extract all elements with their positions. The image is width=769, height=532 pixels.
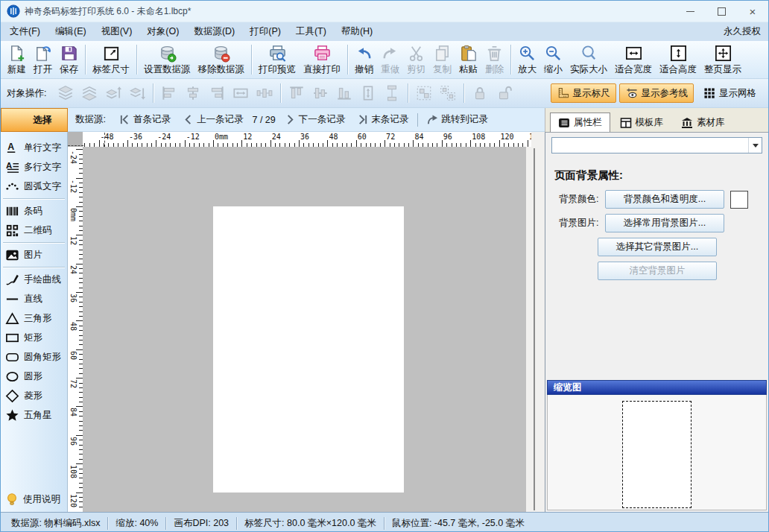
dropdown-arrow-zone[interactable] xyxy=(748,138,762,153)
close-button[interactable]: × xyxy=(737,1,768,22)
select-tool-button[interactable]: 选择 xyxy=(1,108,68,132)
scrollbar-thumb[interactable] xyxy=(534,148,535,510)
tool-rect[interactable]: 矩形 xyxy=(1,328,67,347)
nav-last-record[interactable]: 末条记录 xyxy=(351,113,414,126)
design-canvas[interactable] xyxy=(83,147,526,512)
open-doc-button[interactable]: 打开 xyxy=(30,42,56,77)
ruler-label: 12 xyxy=(243,133,252,141)
tool-rounded-rect-label: 圆角矩形 xyxy=(24,351,61,364)
align-bottom-icon xyxy=(332,83,356,104)
ruler-label: -12 xyxy=(69,180,77,193)
ruler-label: 24 xyxy=(272,133,281,141)
help-button[interactable]: 使用说明 xyxy=(5,493,60,506)
menu-object[interactable]: 对象(O) xyxy=(139,23,186,40)
barcode-icon xyxy=(5,204,19,218)
ruler-label: 72 xyxy=(69,379,77,388)
tool-arc-text[interactable]: 圆弧文字 xyxy=(1,177,67,196)
show-grid-icon xyxy=(703,86,716,100)
vertical-scrollbar[interactable] xyxy=(526,147,545,512)
tool-image[interactable]: 图片 xyxy=(1,245,67,265)
menu-help[interactable]: 帮助(H) xyxy=(334,23,380,40)
tool-line[interactable]: 直线 xyxy=(1,289,67,308)
svg-text:A: A xyxy=(6,161,12,170)
nav-first-record[interactable]: 首条记录 xyxy=(113,113,177,126)
tool-line-label: 直线 xyxy=(24,293,42,305)
new-doc-button[interactable]: 新建 xyxy=(4,42,30,77)
tool-star[interactable]: 五角星 xyxy=(1,405,67,425)
zoom-out-button[interactable]: 缩小 xyxy=(540,42,566,77)
close-icon: × xyxy=(750,6,756,17)
multi-line-text-icon: A xyxy=(5,160,19,174)
set-datasource-button[interactable]: 设置数据源 xyxy=(140,42,194,77)
ruler-label: -36 xyxy=(129,133,142,141)
tool-curve[interactable]: 手绘曲线 xyxy=(1,270,67,289)
ruler-label: -24 xyxy=(69,151,77,164)
direct-print-button[interactable]: 直接打印 xyxy=(300,42,344,77)
tool-triangle[interactable]: 三角形 xyxy=(1,308,67,328)
cut-label: 剪切 xyxy=(407,63,425,76)
toggle-show-guides-label: 显示参考线 xyxy=(642,87,689,100)
save-button[interactable]: 保存 xyxy=(56,42,82,77)
print-preview-button[interactable]: 打印预览 xyxy=(255,42,300,77)
menu-view[interactable]: 视图(V) xyxy=(94,23,140,40)
tab-templates[interactable]: 模板库 xyxy=(612,113,672,132)
thumbnail-area xyxy=(547,395,767,510)
fit-width-button[interactable]: 适合宽度 xyxy=(611,42,656,77)
remove-datasource-button[interactable]: 移除数据源 xyxy=(194,42,249,77)
bg-color-swatch[interactable] xyxy=(730,191,748,209)
delete-label: 删除 xyxy=(485,63,504,76)
minimize-button[interactable] xyxy=(674,1,706,22)
nav-goto-record[interactable]: 跳转到记录 xyxy=(421,113,494,126)
menu-tools[interactable]: 工具(T) xyxy=(288,23,334,40)
bg-image-row-2: 选择其它背景图片... xyxy=(598,238,761,256)
fit-height-button[interactable]: 适合高度 xyxy=(656,42,700,77)
nav-prev-record[interactable]: 上一条记录 xyxy=(177,113,250,126)
bg-color-button[interactable]: 背景颜色和透明度... xyxy=(605,190,724,209)
bg-image-row: 背景图片: 选择常用背景图片... xyxy=(553,214,761,232)
align-middle-icon xyxy=(308,83,332,104)
ruler-label: 120 xyxy=(69,494,77,507)
label-page[interactable] xyxy=(213,206,404,493)
tool-circle[interactable]: 圆形 xyxy=(1,367,67,386)
nav-next-record[interactable]: 下一条记录 xyxy=(279,113,352,126)
choose-common-bg-button[interactable]: 选择常用背景图片... xyxy=(605,214,724,232)
tool-sidebar: A单行文字A多行文字圆弧文字条码二维码图片手绘曲线直线三角形矩形圆角矩形圆形菱形… xyxy=(1,132,68,512)
prev-record-icon xyxy=(183,114,194,125)
tab-materials[interactable]: 素材库 xyxy=(673,113,733,132)
choose-other-bg-button[interactable]: 选择其它背景图片... xyxy=(598,238,717,256)
toggle-show-guides[interactable]: 显示参考线 xyxy=(619,83,694,103)
tool-single-line-text[interactable]: A单行文字 xyxy=(1,138,67,157)
ruler-tick xyxy=(76,264,83,265)
zoom-out-label: 缩小 xyxy=(544,63,563,76)
main-toolbar: 新建打开保存标签尺寸设置数据源移除数据源打印预览直接打印撤销重做剪切复制粘贴删除… xyxy=(1,41,768,79)
set-datasource-label: 设置数据源 xyxy=(144,63,191,76)
menu-file[interactable]: 文件(F) xyxy=(2,23,48,40)
curve-icon xyxy=(5,273,19,287)
menu-print[interactable]: 打印(P) xyxy=(242,23,288,40)
zoom-in-button[interactable]: 放大 xyxy=(514,42,540,77)
direct-print-icon xyxy=(313,44,332,63)
fit-page-button[interactable]: 整页显示 xyxy=(700,42,745,77)
select-tool-label: 选择 xyxy=(34,114,52,127)
zoom-actual-button[interactable]: 实际大小 xyxy=(566,42,611,77)
ruler-tick xyxy=(185,140,186,147)
zoom-actual-label: 实际大小 xyxy=(570,63,607,76)
tool-rounded-rect[interactable]: 圆角矩形 xyxy=(1,347,67,367)
menu-datasource[interactable]: 数据源(D) xyxy=(186,23,242,40)
tool-diamond[interactable]: 菱形 xyxy=(1,386,67,405)
tool-multi-line-text[interactable]: A多行文字 xyxy=(1,157,67,177)
undo-button[interactable]: 撤销 xyxy=(351,42,377,77)
canvas-area: -48-36-24-120mm1224364860728496108120132… xyxy=(68,132,545,512)
tab-properties[interactable]: 属性栏 xyxy=(550,113,610,132)
toggle-show-grid[interactable]: 显示网格 xyxy=(697,83,762,103)
paste-button[interactable]: 粘贴 xyxy=(455,42,481,77)
label-size-button[interactable]: 标签尺寸 xyxy=(89,42,133,77)
object-selector-dropdown[interactable] xyxy=(551,137,762,153)
maximize-button[interactable] xyxy=(706,1,737,22)
paste-icon xyxy=(459,44,478,63)
tool-qrcode[interactable]: 二维码 xyxy=(1,221,67,240)
tool-barcode[interactable]: 条码 xyxy=(1,201,67,221)
toggle-show-ruler[interactable]: 显示标尺 xyxy=(551,83,616,103)
tool-single-line-text-label: 单行文字 xyxy=(24,142,61,154)
menu-edit[interactable]: 编辑(E) xyxy=(48,23,94,40)
